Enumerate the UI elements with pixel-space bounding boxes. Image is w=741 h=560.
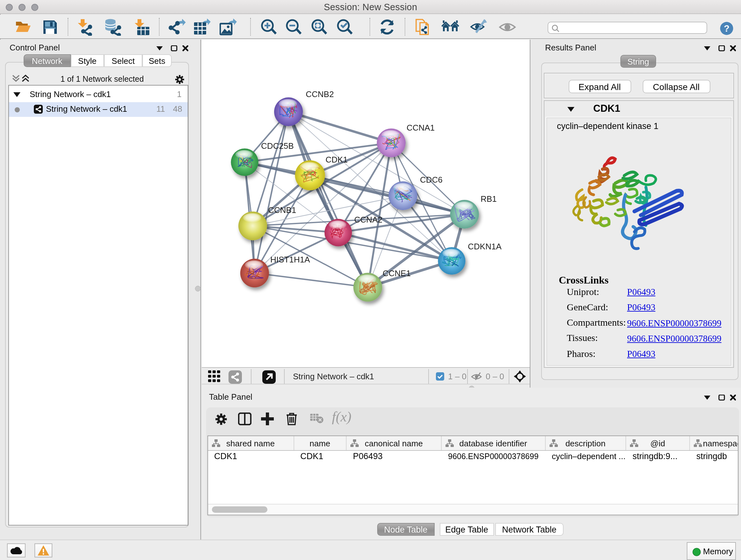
svg-text:CDKN1A: CDKN1A	[468, 242, 502, 251]
svg-text:HIST1H1A: HIST1H1A	[270, 255, 310, 264]
svg-text:CDC25B: CDC25B	[261, 141, 294, 151]
svg-text:CDC6: CDC6	[420, 175, 443, 185]
svg-text:?: ?	[724, 23, 729, 33]
svg-text:CCNA2: CCNA2	[354, 215, 382, 225]
svg-text:CCNE1: CCNE1	[383, 268, 411, 278]
svg-text:CCNA1: CCNA1	[407, 123, 434, 132]
svg-text:CCNB2: CCNB2	[306, 89, 334, 99]
svg-text:RB1: RB1	[481, 194, 497, 204]
svg-text:CDK1: CDK1	[326, 155, 347, 165]
svg-text:CCNB1: CCNB1	[268, 205, 296, 215]
